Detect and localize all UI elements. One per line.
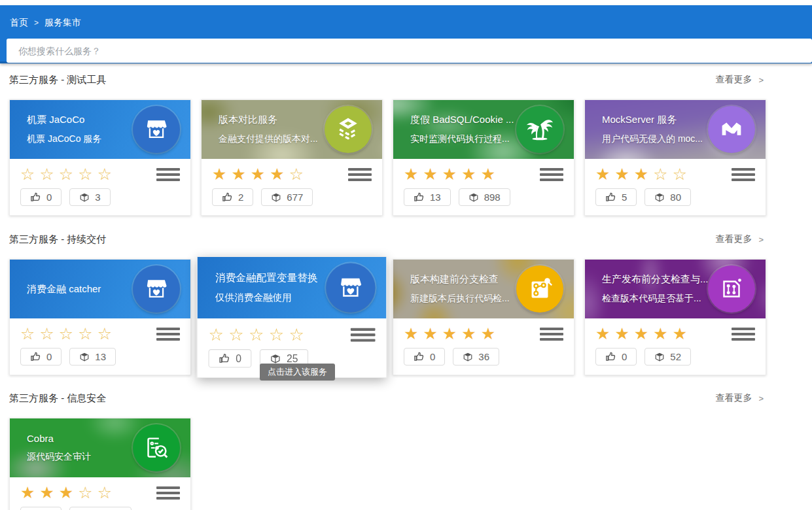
service-card[interactable]: 版本构建前分支检查 新建版本后执行代码检... ★★★★★ 0 36 — [393, 259, 574, 375]
breadcrumb: 首页 > 服务集市 — [0, 5, 812, 29]
star-icon: ★ — [653, 326, 667, 343]
package-button[interactable]: 3 — [69, 188, 110, 206]
package-button[interactable]: 36 — [453, 348, 499, 366]
star-icon: ☆ — [653, 166, 667, 183]
star-icon: ★ — [634, 326, 648, 343]
star-icon: ★ — [20, 484, 35, 502]
card-menu-button[interactable] — [348, 166, 372, 183]
palm-trees-icon — [516, 106, 563, 153]
card-subtitle: 源代码安全审计 — [27, 451, 122, 463]
card-menu-button[interactable] — [732, 166, 755, 183]
breadcrumb-separator: > — [34, 18, 39, 27]
package-button[interactable]: 13 — [69, 348, 116, 366]
star-icon: ★ — [442, 326, 457, 343]
star-rating: ★★★★★ — [595, 326, 692, 343]
service-card[interactable]: MockServer 服务 用户代码无侵入的 moc... ★★★☆☆ 5 80 — [584, 99, 766, 216]
star-icon: ★ — [39, 484, 54, 502]
service-card[interactable]: 机票 JaCoCo 机票 JaCoCo 服务 ☆☆☆☆☆ 0 3 — [9, 99, 191, 216]
card-title: MockServer 服务 — [602, 114, 697, 126]
star-icon: ★ — [634, 166, 648, 183]
view-more-link[interactable]: 查看更多 > — [715, 74, 766, 86]
thumb-up-icon — [30, 192, 41, 203]
cube-icon — [468, 192, 479, 203]
package-button[interactable]: 898 — [459, 188, 510, 206]
breadcrumb-current: 服务集市 — [44, 17, 81, 29]
thumb-up-icon — [414, 351, 425, 362]
like-button[interactable]: 13 — [404, 188, 451, 206]
card-menu-button[interactable] — [351, 326, 376, 344]
star-icon: ★ — [673, 326, 687, 343]
search-input[interactable] — [7, 39, 812, 63]
star-rating: ☆☆☆☆☆ — [209, 326, 309, 344]
package-button[interactable]: 80 — [644, 188, 691, 206]
star-icon: ★ — [59, 484, 73, 502]
thumb-up-icon — [30, 351, 41, 362]
star-icon: ☆ — [249, 326, 264, 344]
card-title: 消费金融配置变量替换 — [215, 271, 315, 284]
star-icon: ☆ — [20, 326, 35, 343]
package-button[interactable]: 52 — [644, 348, 691, 366]
section-title: 第三方服务 - 信息安全 — [9, 392, 106, 405]
card-menu-button[interactable] — [540, 166, 563, 183]
star-rating: ★★★★★ — [404, 326, 500, 343]
cube-icon — [79, 352, 90, 362]
m-logo-icon — [708, 106, 755, 153]
service-card[interactable]: 度假 BadSQL/Cookie ... 实时监测代码执行过程... ★★★★★… — [393, 99, 574, 216]
star-icon: ★ — [231, 166, 245, 183]
breadcrumb-home-link[interactable]: 首页 — [10, 17, 28, 29]
package-count: 3 — [95, 192, 100, 203]
card-menu-button[interactable] — [540, 326, 563, 343]
star-icon: ★ — [404, 166, 418, 183]
like-button[interactable]: 2 — [212, 188, 253, 206]
top-bar: 首页 > 服务集市 — [0, 5, 812, 63]
star-rating: ★★★★☆ — [212, 166, 308, 183]
like-button[interactable]: 5 — [595, 188, 637, 206]
section-header-testing-tools: 第三方服务 - 测试工具 查看更多 > — [9, 73, 766, 86]
star-icon: ☆ — [78, 484, 92, 502]
star-icon: ★ — [595, 326, 610, 343]
code-audit-icon — [133, 424, 180, 471]
card-title: 度假 BadSQL/Cookie ... — [410, 114, 506, 126]
storefront-heart-icon — [133, 265, 180, 313]
card-subtitle: 仅供消费金融使用 — [215, 292, 315, 304]
card-menu-button[interactable] — [156, 484, 180, 502]
chevron-right-icon: > — [758, 235, 764, 245]
like-button[interactable]: 0 — [209, 349, 252, 367]
card-row-information-security: Cobra 源代码安全审计 ★★★☆☆ 6 11849 — [9, 418, 766, 510]
like-count: 0 — [46, 192, 52, 203]
like-button[interactable]: 0 — [404, 348, 445, 366]
service-card[interactable]: Cobra 源代码安全审计 ★★★☆☆ 6 11849 — [9, 418, 191, 510]
service-card[interactable]: 版本对比服务 金融支付提供的版本对... ★★★★☆ 2 677 — [201, 99, 383, 216]
star-icon: ☆ — [78, 326, 92, 343]
view-more-link[interactable]: 查看更多 > — [715, 233, 766, 245]
star-rating: ☆☆☆☆☆ — [20, 166, 116, 183]
card-menu-button[interactable] — [156, 166, 180, 183]
view-more-link[interactable]: 查看更多 > — [715, 392, 766, 404]
star-rating: ★★★☆☆ — [595, 166, 692, 183]
star-icon: ★ — [614, 166, 629, 183]
chevron-right-icon: > — [758, 75, 764, 85]
package-button[interactable]: 677 — [261, 188, 313, 206]
card-row-testing-tools: 机票 JaCoCo 机票 JaCoCo 服务 ☆☆☆☆☆ 0 3 版本对比服务 … — [9, 99, 766, 216]
service-card[interactable]: 消费金融 catcher ☆☆☆☆☆ 0 13 — [9, 259, 191, 375]
card-subtitle: 机票 JaCoCo 服务 — [27, 133, 122, 145]
thumb-up-icon — [219, 352, 230, 364]
card-subtitle: 用户代码无侵入的 moc... — [602, 133, 697, 145]
tooltip: 点击进入该服务 — [260, 364, 335, 381]
star-icon: ★ — [595, 166, 610, 183]
card-menu-button[interactable] — [732, 326, 755, 343]
like-button[interactable]: 0 — [20, 188, 62, 206]
star-icon: ☆ — [289, 166, 304, 183]
card-menu-button[interactable] — [156, 326, 180, 343]
service-card[interactable]: 生产发布前分支检查与... 检查版本代码是否基于... ★★★★★ 0 52 — [584, 259, 766, 375]
cube-icon — [79, 192, 90, 203]
like-button[interactable]: 6 — [20, 507, 62, 510]
section-header-continuous-delivery: 第三方服务 - 持续交付 查看更多 > — [9, 233, 766, 246]
like-button[interactable]: 0 — [595, 348, 637, 366]
star-icon: ☆ — [97, 166, 112, 183]
service-card-hovered[interactable]: 消费金融配置变量替换 仅供消费金融使用 ☆☆☆☆☆ 0 25 — [197, 256, 387, 378]
package-button[interactable]: 11849 — [69, 507, 132, 510]
git-branch-icon — [516, 265, 563, 313]
like-button[interactable]: 0 — [20, 348, 62, 366]
card-row-continuous-delivery: 消费金融 catcher ☆☆☆☆☆ 0 13 消费金融配置变量替换 仅供消费金… — [9, 259, 766, 375]
